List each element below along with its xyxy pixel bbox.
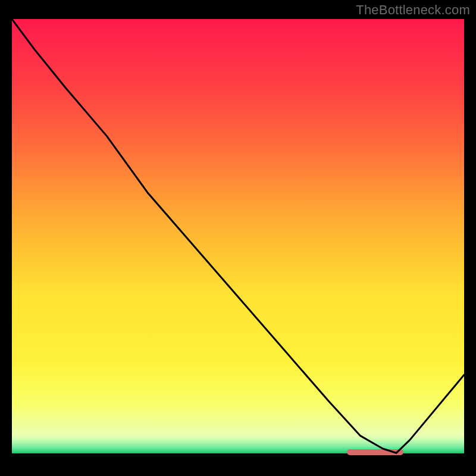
chart-stage: TheBottleneck.com xyxy=(0,0,476,476)
watermark-text: TheBottleneck.com xyxy=(356,2,470,18)
plot-area xyxy=(12,19,464,464)
bottleneck-curve xyxy=(12,19,464,464)
curve-polyline xyxy=(12,19,464,453)
plot-frame xyxy=(12,19,464,464)
